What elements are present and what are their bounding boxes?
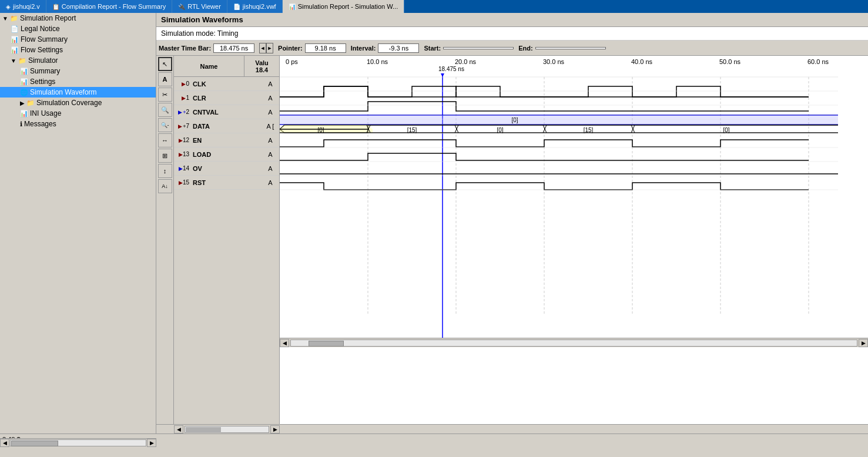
waveform-container: ↖ A ✂ 🔍 🔍- ↔ ⊞ ↕ A↓ Name Valu [156,56,868,424]
signal-list: Name Valu 18.4 ▶ 0 CLK A [174,56,280,424]
grid-btn[interactable]: ⊞ [158,149,172,163]
signal-row-rst[interactable]: ▶ 15 RST A [174,176,279,190]
signal-val-load: A [262,151,279,158]
time-bar-arrows[interactable]: ◄ ► [259,43,273,53]
svg-text:[0]: [0] [511,117,518,123]
interval-value[interactable]: -9.3 ns [378,43,419,53]
svg-rect-0 [280,56,838,338]
start-value[interactable] [443,47,514,49]
signal-idx-15: ▶ 15 [174,179,192,186]
expand-icon-simulator[interactable]: ▼ [11,58,16,64]
waveform-scroll-left[interactable]: ◀ [280,339,289,347]
fit-btn[interactable]: ↔ [158,133,172,147]
signal-scroll-right[interactable]: ▶ [270,425,280,434]
left-toolbar: ↖ A ✂ 🔍 🔍- ↔ ⊞ ↕ A↓ [156,56,174,424]
signal-name-cntval: CNTVAL [192,109,262,116]
tab-icon-compilation: 📋 [52,4,59,10]
zoom-out-btn[interactable]: 🔍- [158,118,172,132]
signal-row-data[interactable]: ▶ + 7 DATA A [ [174,119,279,133]
doc-icon-legal: 📄 [11,25,19,33]
time-bar: Master Time Bar: 18.475 ns ◄ ► Pointer: … [156,41,868,56]
signal-name-en: EN [192,137,262,144]
sidebar-item-sim-report[interactable]: ▼ 📁 Simulation Report [0,13,156,23]
signal-row-ov[interactable]: ▶ 14 OV A [174,162,279,176]
sidebar-item-summary[interactable]: 📊 Summary [0,66,156,76]
tab-simreport[interactable]: 📊 Simulation Report - Simulation W... [283,0,405,13]
svg-text:18.475 ns: 18.475 ns [438,66,464,72]
folder-icon-simulator: 📁 [18,57,26,65]
tab-icon-simreport: 📊 [289,4,296,10]
time-bar-arrow-right[interactable]: ► [266,43,273,53]
table-icon-settings: 📊 [20,78,28,86]
table-icon-ini: 📊 [20,110,28,117]
sidebar-item-ini-usage[interactable]: 📊 INI Usage [0,108,156,119]
pointer-value[interactable]: 9.18 ns [305,43,346,53]
signal-val-clr: A [262,95,279,102]
tab-compilation[interactable]: 📋 Compilation Report - Flow Summary [46,0,172,13]
tab-jishuqi2[interactable]: ◈ jishuqi2.v [0,0,46,13]
svg-rect-19 [280,115,838,125]
title-bar: ◈ jishuqi2.v 📋 Compilation Report - Flow… [0,0,868,13]
svg-text:60.0 ns: 60.0 ns [807,58,829,65]
signal-row-cntval[interactable]: ▶ + 2 CNTVAL A [174,105,279,119]
sidebar-item-messages[interactable]: ℹ Messages [0,119,156,129]
signal-val-data: A [ [262,123,279,130]
signal-icon-clr: ▶ [182,95,186,101]
waveform-display[interactable]: 0 ps 10.0 ns 20.0 ns 30.0 ns 40.0 ns 50.… [280,56,868,424]
svg-text:10.0 ns: 10.0 ns [367,58,388,65]
table-icon-flow-summary: 📊 [11,36,19,43]
sort-btn[interactable]: A↓ [158,179,172,193]
tab-rtlviewer[interactable]: 🔌 RTL Viewer [172,0,227,13]
svg-text:[0]: [0] [497,127,503,133]
time-bar-arrow-left[interactable]: ◄ [259,43,266,53]
svg-text:40.0 ns: 40.0 ns [631,58,653,65]
signal-row-clr[interactable]: ▶ 1 CLR A [174,91,279,105]
waveform-svg: 0 ps 10.0 ns 20.0 ns 30.0 ns 40.0 ns 50.… [280,56,838,338]
sidebar-item-settings[interactable]: 📊 Settings [0,76,156,87]
svg-text:0 ps: 0 ps [286,58,298,65]
sidebar-item-flow-settings[interactable]: 📊 Flow Settings [0,45,156,55]
expand-icon-sim-coverage[interactable]: ▶ [20,100,25,106]
signal-scroll-left[interactable]: ◀ [174,425,183,434]
master-time-value[interactable]: 18.475 ns [213,43,254,53]
expand-icon-sim-report[interactable]: ▼ [2,15,8,22]
signal-idx-12: ▶ 12 [174,137,192,143]
signal-idx-0: ▶ 0 [174,80,192,87]
signal-idx-13: ▶ 13 [174,151,192,157]
cut-tool-btn[interactable]: ✂ [158,88,172,102]
zoom-in-btn[interactable]: 🔍 [158,103,172,117]
tab-vwf[interactable]: 📄 jishuqi2.vwf [227,0,283,13]
signal-row-load[interactable]: ▶ 13 LOAD A [174,147,279,162]
end-label: End: [518,45,532,52]
end-value[interactable] [535,47,606,49]
sidebar-item-sim-coverage[interactable]: ▶ 📁 Simulation Coverage [0,98,156,108]
sidebar-item-legal-notice[interactable]: 📄 Legal Notice [0,23,156,34]
sidebar-item-simulator[interactable]: ▼ 📁 Simulator [0,55,156,66]
svg-text:30.0 ns: 30.0 ns [543,58,565,65]
svg-text:[15]: [15] [407,127,417,133]
signal-val-rst: A [262,179,279,186]
signal-name-header: Name [174,56,244,76]
snap-btn[interactable]: ↕ [158,164,172,178]
signal-icon-data: ▶ [178,123,182,129]
page-title: Simulation Waveforms [161,15,243,24]
signal-val-cntval: A [262,109,279,116]
signal-name-load: LOAD [192,151,262,158]
signal-icon-en: ▶ [179,137,183,143]
svg-text:[0]: [0] [317,127,324,133]
signal-name-ov: OV [192,165,262,172]
waveform-scroll-right[interactable]: ▶ [859,339,868,347]
table-icon-flow-settings: 📊 [11,46,19,54]
sidebar-item-sim-waveform[interactable]: 🌐 Simulation Waveform [0,87,156,98]
text-tool-btn[interactable]: A [158,72,172,86]
master-time-label: Master Time Bar: [159,45,211,52]
sidebar-item-flow-summary[interactable]: 📊 Flow Summary [0,34,156,45]
signal-val-ov: A [262,165,279,172]
svg-text:50.0 ns: 50.0 ns [719,58,741,65]
signal-row-clk[interactable]: ▶ 0 CLK A [174,77,279,91]
signal-name-rst: RST [192,179,262,186]
mode-value: Timing [217,29,239,38]
signal-row-en[interactable]: ▶ 12 EN A [174,133,279,147]
pointer-tool-btn[interactable]: ↖ [158,57,172,71]
content-area: Simulation Waveforms Simulation mode: Ti… [156,13,868,434]
